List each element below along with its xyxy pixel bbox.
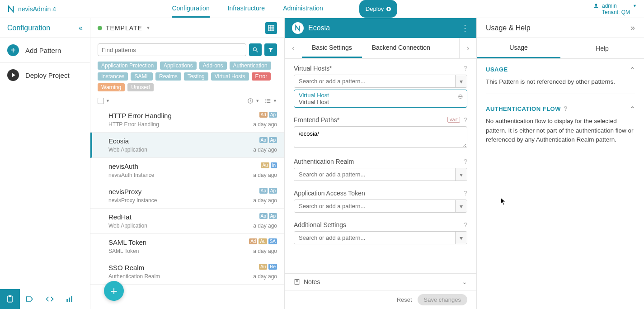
template-dropdown[interactable]: TEMPLATE ▼ <box>98 24 151 32</box>
tag[interactable]: Applications <box>160 62 197 70</box>
additional-combo[interactable]: ▾ <box>294 231 467 244</box>
pattern-list[interactable]: HTTP Error Handling HTTP Error Handling … <box>90 107 284 309</box>
pattern-subtitle: nevisAuth Instance <box>108 172 277 178</box>
save-button[interactable]: Save changes <box>418 294 467 305</box>
tag-unused[interactable]: Unused <box>127 83 153 91</box>
code-icon[interactable] <box>40 289 60 309</box>
select-all-checkbox[interactable] <box>98 98 104 104</box>
tab-basic-settings[interactable]: Basic Settings <box>302 38 362 58</box>
nav-infrastructure[interactable]: Infrastructure <box>228 0 265 18</box>
chevron-up-icon[interactable]: ⌃ <box>630 66 635 73</box>
pattern-item[interactable]: SAML Token SAML Token AdAuSA a day ago <box>90 234 284 259</box>
tab-backend-connection[interactable]: Backend Connection <box>362 38 440 58</box>
app-logo[interactable]: nevisAdmin 4 <box>7 5 56 13</box>
nav-administration[interactable]: Administration <box>283 0 323 18</box>
tag-error[interactable]: Error <box>252 72 271 81</box>
grid-view-icon[interactable] <box>265 22 277 34</box>
search-input[interactable] <box>98 43 246 56</box>
tag-icon[interactable] <box>20 289 40 309</box>
pattern-item[interactable]: RedHat Web Application ApAp a day ago <box>90 209 284 234</box>
help-icon[interactable]: ? <box>464 116 467 124</box>
svg-rect-6 <box>268 25 274 31</box>
kebab-menu-icon[interactable]: ⋮ <box>461 23 469 33</box>
combo-input[interactable] <box>294 168 455 181</box>
fab-add-button[interactable]: + <box>104 281 124 301</box>
add-pattern-button[interactable]: + Add Pattern <box>0 38 90 62</box>
search-button[interactable] <box>249 43 262 56</box>
chart-icon[interactable] <box>60 289 80 309</box>
pattern-item[interactable]: nevisProxy nevisProxy Instance ApAp a da… <box>90 183 284 209</box>
tag[interactable]: Instances <box>98 72 128 81</box>
caret-down-icon[interactable]: ▼ <box>106 99 110 103</box>
virtual-hosts-combo[interactable]: ▾ <box>294 75 467 88</box>
tag[interactable]: Add-ons <box>199 62 227 70</box>
help-icon[interactable]: ? <box>564 105 568 112</box>
combo-input[interactable] <box>294 232 455 244</box>
frontend-paths-input[interactable] <box>294 126 467 148</box>
pattern-subtitle: nevisProxy Instance <box>108 197 277 204</box>
svg-rect-4 <box>69 298 70 302</box>
deploy-button[interactable]: Deploy <box>359 0 397 18</box>
tag[interactable]: Testing <box>184 72 208 81</box>
top-bar: nevisAdmin 4 Configuration Infrastructur… <box>0 0 644 18</box>
pattern-item[interactable]: HTTP Error Handling HTTP Error Handling … <box>90 107 284 133</box>
combo-input[interactable] <box>294 200 455 212</box>
badge: Ap <box>269 213 277 219</box>
notes-toggle[interactable]: Notes ⌄ <box>285 273 476 290</box>
status-dot-icon <box>98 26 102 30</box>
tag[interactable]: Application Protection <box>98 62 157 70</box>
tag[interactable]: SAML <box>131 72 153 81</box>
scroll-right-icon[interactable]: › <box>459 38 476 58</box>
tag[interactable]: Realms <box>155 72 181 81</box>
chevron-up-icon[interactable]: ⌃ <box>630 105 635 112</box>
badges: ApAp <box>259 188 277 194</box>
badge: Ap <box>259 213 268 219</box>
caret-down-icon[interactable]: ▾ <box>455 75 467 87</box>
scroll-left-icon[interactable]: ‹ <box>285 38 302 58</box>
view-list-icon[interactable]: ▼ <box>265 98 277 104</box>
pattern-item[interactable]: Ecosia Web Application ApAp a day ago <box>90 133 284 158</box>
filter-button[interactable] <box>264 43 277 56</box>
collapse-icon[interactable]: « <box>79 24 83 32</box>
pattern-item[interactable]: SSO Realm Authentication Realm AuRe a da… <box>90 259 284 285</box>
usage-section: USAGE⌃ This Pattern is not referenced by… <box>486 66 635 94</box>
virtual-host-chip[interactable]: Virtual Host Virtual Host ⊖ <box>294 90 467 108</box>
clipboard-icon[interactable] <box>0 289 20 309</box>
vhost-link[interactable]: Virtual Host <box>299 92 462 99</box>
tab-help[interactable]: Help <box>560 38 644 58</box>
svg-line-12 <box>256 51 258 52</box>
deploy-project-button[interactable]: Deploy Project <box>0 63 90 87</box>
sort-time-icon[interactable]: ▼ <box>247 98 259 104</box>
help-icon[interactable]: ? <box>464 189 467 197</box>
badge: Ap <box>259 188 268 194</box>
detail-footer: Reset Save changes <box>285 290 476 309</box>
tag[interactable]: Authentication <box>230 62 271 70</box>
user-info[interactable]: admin Tenant: QM ▼ <box>593 3 637 15</box>
list-toolbar: ▼ ▼ ▼ <box>90 95 284 107</box>
tab-usage[interactable]: Usage <box>477 38 560 58</box>
reset-button[interactable]: Reset <box>397 296 412 303</box>
remove-icon[interactable]: ⊖ <box>458 93 463 100</box>
detail-header: Ecosia ⋮ <box>285 18 476 38</box>
app-name: nevisAdmin 4 <box>18 5 56 13</box>
pattern-subtitle: SAML Token <box>108 248 277 254</box>
help-icon[interactable]: ? <box>464 64 467 72</box>
expand-icon[interactable]: » <box>630 23 635 33</box>
combo-input[interactable] <box>294 75 455 87</box>
patterns-header: TEMPLATE ▼ <box>90 18 284 38</box>
auth-realm-combo[interactable]: ▾ <box>294 168 467 181</box>
pattern-meta: a day ago <box>253 121 277 128</box>
var-badge[interactable]: var <box>447 117 460 123</box>
pattern-item[interactable]: nevisAuth nevisAuth Instance AuIn a day … <box>90 158 284 183</box>
caret-down-icon[interactable]: ▾ <box>455 232 467 244</box>
tag-warning[interactable]: Warning <box>98 83 125 91</box>
access-token-combo[interactable]: ▾ <box>294 200 467 213</box>
badges: AuRe <box>259 264 277 270</box>
caret-down-icon[interactable]: ▾ <box>455 168 467 181</box>
nav-configuration[interactable]: Configuration <box>172 0 209 18</box>
help-icon[interactable]: ? <box>464 157 467 165</box>
help-icon[interactable]: ? <box>464 221 467 228</box>
tag[interactable]: Virtual Hosts <box>211 72 249 81</box>
caret-down-icon[interactable]: ▾ <box>455 200 467 212</box>
field-access-token: Application Access Token? ▾ <box>294 189 467 213</box>
